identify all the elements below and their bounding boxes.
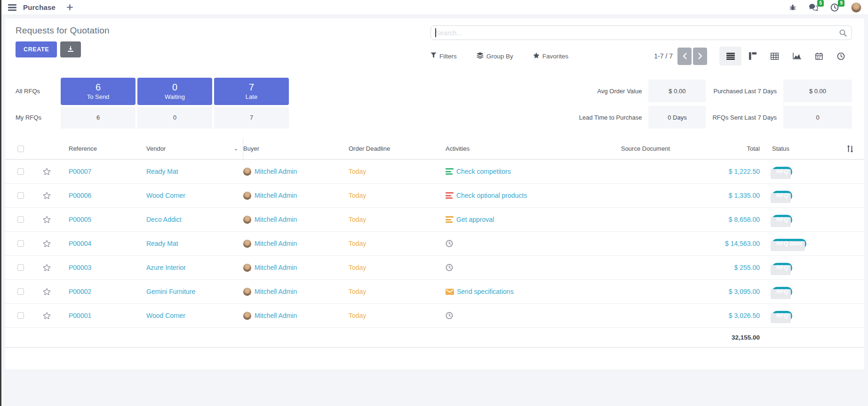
kanban-view-icon[interactable] [741, 47, 764, 65]
activity-icon[interactable] [446, 168, 454, 175]
search-icon[interactable] [835, 29, 852, 37]
app-name[interactable]: Purchase [23, 3, 56, 11]
row-checkbox[interactable] [17, 192, 24, 199]
create-button[interactable]: CREATE [16, 41, 57, 57]
user-avatar[interactable] [851, 2, 861, 13]
favorite-star-icon[interactable] [36, 312, 57, 319]
buyer-link[interactable]: Mitchell Admin [255, 288, 297, 295]
row-checkbox[interactable] [17, 240, 24, 247]
table-row[interactable]: P00007 Ready Mat Mitchell Admin Today Ch… [5, 160, 864, 184]
row-checkbox[interactable] [17, 216, 24, 223]
filters-button[interactable]: Filters [430, 52, 457, 60]
search-input[interactable] [431, 29, 835, 37]
favorite-star-icon[interactable] [36, 168, 57, 175]
search-bar[interactable] [430, 25, 852, 40]
table-row[interactable]: P00006 Wood Corner Mitchell Admin Today … [5, 184, 864, 208]
favorite-star-icon[interactable] [36, 288, 57, 295]
activity-icon[interactable] [446, 289, 454, 295]
header-total[interactable]: Total [704, 145, 765, 152]
buyer-link[interactable]: Mitchell Admin [255, 312, 297, 319]
reference-link[interactable]: P00001 [57, 312, 146, 319]
activity-cell[interactable] [446, 312, 587, 319]
favorite-star-icon[interactable] [36, 216, 57, 223]
buyer-link[interactable]: Mitchell Admin [255, 168, 297, 175]
vendor-link[interactable]: Ready Mat [146, 240, 243, 247]
kpi-card-waiting[interactable]: 0 Waiting [137, 78, 212, 105]
row-checkbox[interactable] [17, 312, 24, 319]
pager-previous-button[interactable] [677, 48, 692, 65]
row-checkbox[interactable] [17, 264, 24, 271]
new-tab-plus-icon[interactable] [67, 4, 73, 10]
activity-label[interactable]: Check competitors [456, 168, 511, 175]
activity-cell[interactable]: Get approval [446, 216, 587, 223]
buyer-link[interactable]: Mitchell Admin [255, 240, 297, 247]
vendor-link[interactable]: Wood Corner [146, 192, 243, 199]
buyer-link[interactable]: Mitchell Admin [255, 192, 297, 199]
activity-icon[interactable] [446, 216, 454, 223]
favorite-star-icon[interactable] [36, 192, 57, 199]
activity-cell[interactable] [446, 264, 587, 271]
favorite-star-icon[interactable] [36, 264, 57, 271]
vendor-link[interactable]: Wood Corner [146, 312, 243, 319]
buyer-link[interactable]: Mitchell Admin [255, 216, 297, 223]
activity-label[interactable]: Get approval [456, 216, 494, 223]
reference-link[interactable]: P00007 [57, 168, 146, 175]
activity-cell[interactable] [446, 240, 587, 247]
calendar-view-icon[interactable] [808, 47, 830, 65]
header-order-deadline[interactable]: Order Deadline [349, 145, 446, 152]
reference-link[interactable]: P00002 [57, 288, 146, 295]
reference-link[interactable]: P00004 [57, 240, 146, 247]
graph-view-icon[interactable] [786, 47, 808, 65]
activity-label[interactable]: Send specifications [457, 288, 514, 295]
my-late-count[interactable]: 7 [214, 107, 289, 129]
debug-bug-icon[interactable] [789, 4, 796, 11]
group-by-button[interactable]: Group By [477, 52, 513, 60]
header-activities[interactable]: Activities [446, 145, 587, 152]
table-row[interactable]: P00002 Gemini Furniture Mitchell Admin T… [5, 280, 864, 304]
activity-view-icon[interactable] [830, 47, 852, 65]
vendor-link[interactable]: Azure Interior [146, 264, 243, 271]
kpi-card-late[interactable]: 7 Late [214, 78, 289, 105]
list-view-icon[interactable] [719, 47, 741, 65]
row-checkbox[interactable] [17, 288, 24, 295]
header-vendor[interactable]: Vendor ⌄ [146, 138, 243, 159]
reference-link[interactable]: P00005 [57, 216, 146, 223]
table-row[interactable]: P00004 Ready Mat Mitchell Admin Today $ … [5, 232, 864, 256]
row-checkbox[interactable] [17, 168, 24, 175]
header-buyer[interactable]: Buyer [243, 145, 349, 152]
order-deadline-value: Today [349, 240, 446, 247]
header-status[interactable]: Status [765, 145, 836, 152]
header-reference[interactable]: Reference [57, 145, 146, 152]
activity-cell[interactable]: Check competitors [446, 168, 587, 175]
my-waiting-count[interactable]: 0 [137, 107, 212, 129]
activity-icon[interactable] [446, 312, 453, 319]
my-to-send-count[interactable]: 6 [61, 107, 135, 129]
header-source-document[interactable]: Source Document [587, 145, 704, 152]
buyer-link[interactable]: Mitchell Admin [255, 264, 297, 271]
vendor-link[interactable]: Ready Mat [146, 168, 243, 175]
activity-cell[interactable]: Send specifications [446, 288, 587, 295]
activity-icon[interactable] [446, 240, 453, 247]
table-row[interactable]: P00005 Deco Addict Mitchell Admin Today … [5, 208, 864, 232]
reference-link[interactable]: P00003 [57, 264, 146, 271]
export-button[interactable] [60, 41, 81, 57]
select-all-checkbox[interactable] [17, 146, 24, 152]
vendor-link[interactable]: Deco Addict [146, 216, 243, 223]
activity-icon[interactable] [446, 264, 453, 271]
optional-columns-icon[interactable] [836, 145, 864, 153]
favorite-star-icon[interactable] [36, 240, 57, 247]
vendor-link[interactable]: Gemini Furniture [146, 288, 243, 295]
pager-next-button[interactable] [693, 48, 707, 65]
messages-icon[interactable]: 5 [809, 3, 818, 11]
table-row[interactable]: P00003 Azure Interior Mitchell Admin Tod… [5, 256, 864, 280]
reference-link[interactable]: P00006 [57, 192, 146, 199]
apps-menu-icon[interactable] [8, 4, 16, 11]
activity-cell[interactable]: Check optional products [446, 192, 587, 199]
activity-icon[interactable] [446, 192, 454, 199]
activity-label[interactable]: Check optional products [456, 192, 527, 199]
kpi-card-to-send[interactable]: 6 To Send [61, 78, 135, 105]
activities-clock-icon[interactable]: 9 [830, 3, 839, 12]
table-row[interactable]: P00001 Wood Corner Mitchell Admin Today … [5, 304, 864, 328]
favorites-button[interactable]: Favorites [533, 52, 569, 60]
pivot-view-icon[interactable] [764, 47, 786, 65]
